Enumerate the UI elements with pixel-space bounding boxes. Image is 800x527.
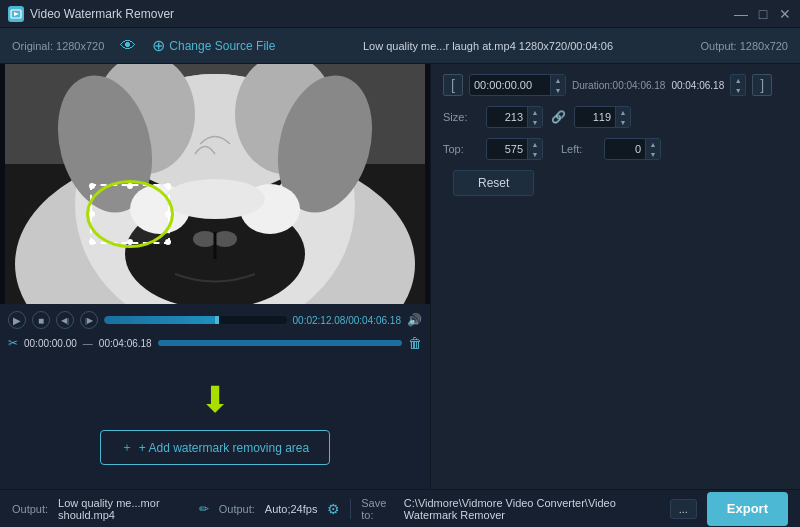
title-bar-left: Video Watermark Remover: [8, 6, 174, 22]
browse-button[interactable]: ...: [670, 499, 697, 519]
bottom-bar: Output: Low quality me...mor should.mp4 …: [0, 489, 800, 527]
reset-button[interactable]: Reset: [453, 170, 534, 196]
duration-up[interactable]: ▲: [731, 75, 745, 85]
left-up[interactable]: ▲: [646, 139, 660, 149]
maximize-button[interactable]: □: [756, 7, 770, 21]
height-input-box: ▲ ▼: [574, 106, 631, 128]
close-button[interactable]: ✕: [778, 7, 792, 21]
link-icon[interactable]: 🔗: [551, 110, 566, 124]
eye-icon[interactable]: 👁: [120, 37, 136, 55]
change-source-label: Change Source File: [169, 39, 275, 53]
edit-icon[interactable]: ✏: [199, 502, 209, 516]
playback-controls: ▶ ■ ◀| |▶ 00:02:12.08/00:04:06.18 🔊: [8, 308, 422, 332]
duration-value: 00:04:06.18: [671, 80, 724, 91]
start-time-down[interactable]: ▼: [551, 85, 565, 95]
left-spinners: ▲ ▼: [645, 139, 660, 159]
corner-handle-br[interactable]: [165, 239, 171, 245]
next-frame-button[interactable]: |▶: [80, 311, 98, 329]
top-spinners: ▲ ▼: [527, 139, 542, 159]
left-down[interactable]: ▼: [646, 149, 660, 159]
export-button[interactable]: Export: [707, 492, 788, 526]
corner-handle-tr[interactable]: [165, 183, 171, 189]
width-up[interactable]: ▲: [528, 107, 542, 117]
corner-handle-tl[interactable]: [89, 183, 95, 189]
change-source-button[interactable]: ⊕ Change Source File: [152, 36, 275, 55]
start-bracket-button[interactable]: [: [443, 74, 463, 96]
plus-icon: ＋: [121, 439, 133, 456]
output-filename: Low quality me...mor should.mp4: [58, 497, 189, 521]
prev-frame-button[interactable]: ◀|: [56, 311, 74, 329]
duration-down[interactable]: ▼: [731, 85, 745, 95]
corner-handle-bl[interactable]: [89, 239, 95, 245]
add-watermark-label: + Add watermark removing area: [139, 441, 309, 455]
original-resolution-label: Original: 1280x720: [12, 40, 104, 52]
range-end-time: 00:04:06.18: [99, 338, 152, 349]
height-spinners: ▲ ▼: [615, 107, 630, 127]
right-panel: [ ▲ ▼ Duration:00:04:06.18 00:04:06.18 ▲…: [430, 64, 800, 489]
reset-row: Reset: [443, 170, 788, 196]
top-label: Top:: [443, 143, 478, 155]
height-down[interactable]: ▼: [616, 117, 630, 127]
timeline-fill: [104, 316, 217, 324]
plus-circle-icon: ⊕: [152, 36, 165, 55]
timeline-thumb: [215, 316, 219, 324]
end-bracket-button[interactable]: ]: [752, 74, 772, 96]
svg-marker-1: [14, 12, 19, 16]
divider: [350, 499, 351, 519]
volume-icon[interactable]: 🔊: [407, 313, 422, 327]
svg-point-9: [213, 231, 237, 247]
start-time-up[interactable]: ▲: [551, 75, 565, 85]
save-path: C:\Vidmore\Vidmore Video Converter\Video…: [404, 497, 660, 521]
corner-handle-tm[interactable]: [127, 183, 133, 189]
video-area: [0, 64, 430, 304]
top-down[interactable]: ▼: [528, 149, 542, 159]
corner-handle-lm[interactable]: [89, 211, 95, 217]
output-format: Auto;24fps: [265, 503, 318, 515]
minimize-button[interactable]: —: [734, 7, 748, 21]
svg-point-24: [165, 179, 265, 219]
time-display: 00:02:12.08/00:04:06.18: [293, 315, 401, 326]
duration-label: Duration:00:04:06.18: [572, 80, 665, 91]
app-title: Video Watermark Remover: [30, 7, 174, 21]
height-up[interactable]: ▲: [616, 107, 630, 117]
title-bar-controls: — □ ✕: [734, 7, 792, 21]
timeline-progress-bar[interactable]: [104, 316, 287, 324]
width-input-box: ▲ ▼: [486, 106, 543, 128]
trim-range-bar[interactable]: [158, 340, 402, 346]
time-range-row: [ ▲ ▼ Duration:00:04:06.18 00:04:06.18 ▲…: [443, 74, 788, 96]
output-resolution-label: Output: 1280x720: [701, 40, 788, 52]
left-label: Left:: [561, 143, 596, 155]
scissors-icon: ✂: [8, 336, 18, 350]
start-time-input[interactable]: [470, 77, 550, 93]
output-label-2: Output:: [219, 503, 255, 515]
left-column: ▶ ■ ◀| |▶ 00:02:12.08/00:04:06.18 🔊 ✂ 00…: [0, 64, 430, 489]
height-input[interactable]: [575, 109, 615, 125]
size-label: Size:: [443, 111, 478, 123]
duration-spinners: ▲ ▼: [730, 74, 746, 96]
save-to-label: Save to:: [361, 497, 394, 521]
trash-icon[interactable]: 🗑: [408, 335, 422, 351]
start-time-spinners: ▲ ▼: [550, 75, 565, 95]
top-input-box: ▲ ▼: [486, 138, 543, 160]
watermark-selection-box[interactable]: [90, 184, 170, 244]
down-arrow-icon: ⬇: [200, 382, 230, 418]
corner-handle-rm[interactable]: [165, 211, 171, 217]
top-up[interactable]: ▲: [528, 139, 542, 149]
play-button[interactable]: ▶: [8, 311, 26, 329]
stop-button[interactable]: ■: [32, 311, 50, 329]
corner-handle-bm[interactable]: [127, 239, 133, 245]
gear-icon[interactable]: ⚙: [327, 501, 340, 517]
left-input[interactable]: [605, 141, 645, 157]
width-down[interactable]: ▼: [528, 117, 542, 127]
dog-image: [5, 64, 425, 304]
range-separator: —: [83, 338, 93, 349]
output-label-1: Output:: [12, 503, 48, 515]
width-spinners: ▲ ▼: [527, 107, 542, 127]
top-input[interactable]: [487, 141, 527, 157]
range-bar-section: ✂ 00:00:00.00 — 00:04:06.18 🗑: [8, 332, 422, 354]
title-bar: Video Watermark Remover — □ ✕: [0, 0, 800, 28]
width-input[interactable]: [487, 109, 527, 125]
add-watermark-button[interactable]: ＋ + Add watermark removing area: [100, 430, 330, 465]
size-row: Size: ▲ ▼ 🔗 ▲ ▼: [443, 106, 788, 128]
file-info: Low quality me...r laugh at.mp4 1280x720…: [291, 40, 684, 52]
